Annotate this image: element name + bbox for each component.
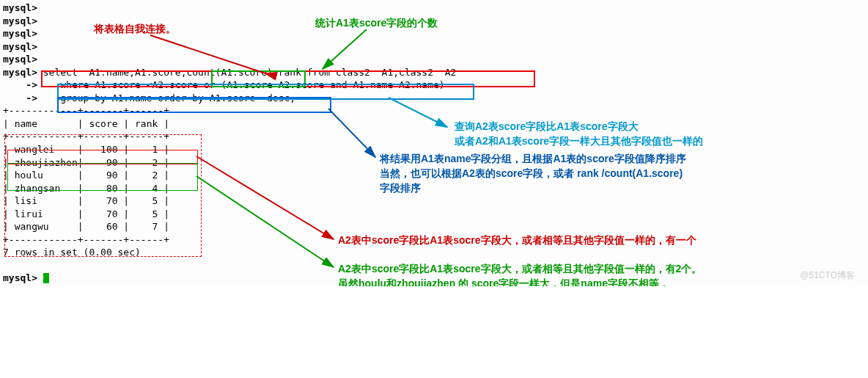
annotation-rank1: A2表中score字段比A1表socre字段大，或者相等且其他字段值一样的，有一… [338, 233, 696, 247]
table-sep: +------------+-------+------+ [3, 131, 169, 142]
table-row: | wanglei | 100 | 1 | [3, 144, 169, 155]
annotation-self-join: 将表格自我连接。 [94, 22, 176, 36]
prompt-line: mysql> [3, 15, 37, 26]
cont-prompt: -> [3, 79, 37, 90]
annotation-group-2: 当然，也可以根据A2表的score字段，或者 rank /count(A1.sc… [380, 167, 683, 181]
table-row: | zhoujiazhen| 90 | 2 | [3, 157, 169, 168]
table-row: | lisi | 70 | 5 | [3, 195, 169, 206]
table-row: | houlu | 90 | 2 | [3, 170, 169, 181]
table-row: | wangwu | 60 | 7 | [3, 221, 169, 232]
annotation-count: 统计A1表score字段的个数 [315, 16, 438, 30]
cont-prompt: -> [3, 92, 37, 103]
prompt-line: mysql> [3, 41, 37, 52]
annotation-where-1: 查询A2表score字段比A1表score字段大 [455, 120, 639, 134]
table-row: | zhangsan | 80 | 4 | [3, 183, 169, 194]
table-row: | lirui | 70 | 5 | [3, 208, 169, 219]
sql-line-2: where A1.score <A2.score or (A1.score=A2… [37, 79, 445, 90]
final-prompt: mysql> [3, 272, 43, 283]
sql-line-3: group by A1.name order by A1.score desc; [37, 92, 295, 103]
prompt-line: mysql> [3, 54, 37, 65]
rows-in-set: 7 rows in set (0.00 sec) [3, 247, 141, 258]
annotation-group-1: 将结果用A1表name字段分组，且根据A1表的score字段值降序排序 [380, 152, 686, 166]
table-header: | name | score | rank | [3, 118, 169, 129]
prompt-line: mysql> [3, 67, 37, 78]
annotation-rank2-2: 虽然houlu和zhoujiazhen 的 score字段一样大，但是name字… [338, 277, 669, 286]
annotation-where-2: 或者A2和A1表score字段一样大且其他字段值也一样的 [455, 134, 703, 148]
sql-line-1: select A1.name,A1.score,count(A1.score) … [37, 67, 456, 78]
annotation-rank2-1: A2表中score字段比A1表socre字段大，或者相等且其他字段值一样的，有2… [338, 262, 702, 276]
prompt-line: mysql> [3, 2, 37, 13]
watermark: @51CTO博客 [800, 269, 855, 282]
prompt-line: mysql> [3, 28, 37, 39]
table-sep: +------------+-------+------+ [3, 234, 169, 245]
annotation-group-3: 字段排序 [380, 181, 421, 195]
terminal-cursor [43, 273, 49, 283]
table-sep: +------------+-------+------+ [3, 105, 169, 116]
